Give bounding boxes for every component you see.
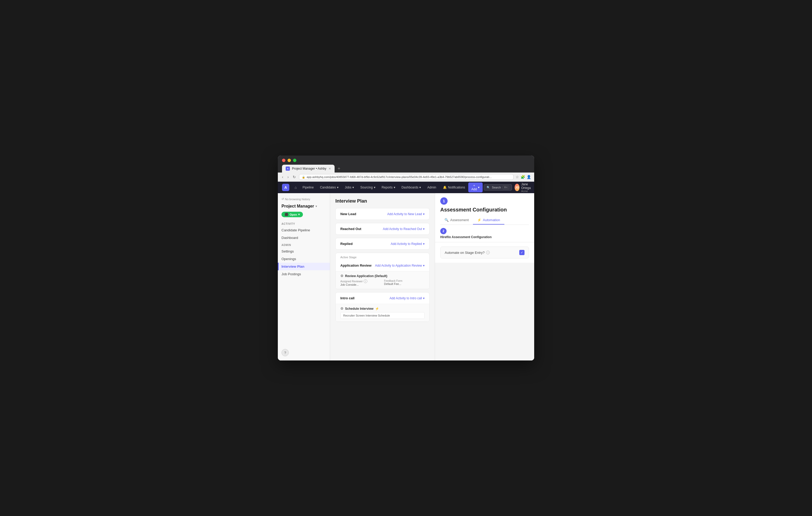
stage-row-new-lead: New Lead Add Activity to New Lead ▾ xyxy=(336,208,429,219)
forward-button[interactable]: › xyxy=(286,174,290,180)
automate-checkbox[interactable]: ✓ xyxy=(519,250,524,255)
traffic-lights xyxy=(282,159,530,162)
extensions-button[interactable]: 🧩 xyxy=(521,175,525,179)
add-activity-chevron-icon4: ▾ xyxy=(423,264,425,267)
sidebar-item-interview-plan[interactable]: Interview Plan xyxy=(278,263,330,270)
tab-close-button[interactable]: ✕ xyxy=(328,167,331,171)
tab-assessment[interactable]: 🔍 Assessment xyxy=(440,216,473,224)
help-button[interactable]: ? xyxy=(282,349,289,356)
close-button[interactable] xyxy=(282,159,285,162)
assigned-reviewer-info-icon[interactable]: i xyxy=(364,279,367,283)
job-postings-label: Job Postings xyxy=(282,272,301,276)
add-chevron-icon: ▾ xyxy=(478,186,480,189)
sidebar-item-openings[interactable]: Openings xyxy=(278,255,330,263)
stage-name-new-lead: New Lead xyxy=(340,212,356,216)
automate-row: Automate on Stage Entry? i ✓ xyxy=(440,246,529,259)
jobs-label: Jobs xyxy=(345,186,351,189)
sidebar-item-settings[interactable]: Settings xyxy=(278,247,330,255)
stage-row-application-review: Application Review Add Activity to Appli… xyxy=(336,260,429,271)
openings-label: Openings xyxy=(282,257,296,261)
add-activity-new-lead-button[interactable]: Add Activity to New Lead ▾ xyxy=(387,212,425,216)
candidates-chevron-icon: ▾ xyxy=(337,186,339,189)
user-info: Jane Ortega Acme xyxy=(521,182,533,193)
activity-fields-review: Assigned Reviewer i Job Conside... Feedb… xyxy=(340,279,425,286)
stage-name-application-review: Application Review xyxy=(340,264,372,267)
user-org: Acme xyxy=(521,190,533,193)
stage-name-replied: Replied xyxy=(340,242,353,246)
automate-info-icon[interactable]: i xyxy=(486,251,490,254)
avatar: JO xyxy=(515,184,520,191)
candidates-nav-item[interactable]: Candidates ▾ xyxy=(317,184,341,191)
left-sidebar: ↺ No browsing history Project Manager ▾ … xyxy=(278,193,330,361)
app-navbar: A ⌂ Pipeline Candidates ▾ Jobs ▾ Sourcin… xyxy=(278,182,534,193)
panel-header: 1 Assessment Configuration 🔍 Assessment … xyxy=(435,193,534,225)
assessment-icon: 🔍 xyxy=(444,218,448,222)
tab-favicon: A xyxy=(286,166,290,171)
admin-nav-item[interactable]: Admin xyxy=(425,184,439,191)
add-activity-application-review-button[interactable]: Add Activity to Application Review ▾ xyxy=(375,264,425,267)
feedback-form-value: Default Fee... xyxy=(384,282,425,285)
maximize-button[interactable] xyxy=(293,159,296,162)
minimize-button[interactable] xyxy=(288,159,291,162)
panel-body: Automate on Stage Entry? i ✓ xyxy=(435,242,534,263)
add-activity-reached-out-label: Add Activity to Reached Out xyxy=(383,227,422,231)
feedback-form-label: Feedback Form xyxy=(384,279,425,282)
pipeline-nav-item[interactable]: Pipeline xyxy=(300,184,316,191)
browser-window: A Project Manager • Ashby ✕ + ‹ › ↻ 🔒 ap… xyxy=(278,155,534,361)
add-activity-new-lead-label: Add Activity to New Lead xyxy=(387,212,422,216)
stage-card-reached-out: Reached Out Add Activity to Reached Out … xyxy=(336,223,430,235)
lock-icon: 🔒 xyxy=(302,176,305,179)
reports-nav-item[interactable]: Reports ▾ xyxy=(379,184,398,191)
home-nav-button[interactable]: ⌂ xyxy=(292,184,299,190)
search-shortcut: ⌘K xyxy=(502,186,509,189)
address-bar[interactable]: 🔒 app.ashbyhq.com/jobs/40855877-fd68-487… xyxy=(299,174,514,180)
admin-label: Admin xyxy=(427,186,436,189)
back-history-label: No browsing history xyxy=(285,198,310,201)
back-button[interactable]: ‹ xyxy=(281,174,284,180)
schedule-item-recruiter-screen[interactable]: Recruiter Screen Interview Schedule xyxy=(340,312,425,319)
sidebar-item-candidate-pipeline[interactable]: Candidate Pipeline xyxy=(278,226,330,234)
refresh-button[interactable]: ↻ xyxy=(292,174,297,180)
app-logo: A xyxy=(282,184,289,191)
settings-label: Settings xyxy=(282,249,294,253)
notifications-button[interactable]: 🔔 Notifications xyxy=(441,184,467,191)
add-button[interactable]: + Add ▾ xyxy=(468,182,483,192)
search-bar[interactable]: 🔍 Search ⌘K xyxy=(484,184,512,190)
stage-card-replied: Replied Add Activity to Replied ▾ xyxy=(336,238,430,250)
sourcing-nav-item[interactable]: Sourcing ▾ xyxy=(357,184,378,191)
activity-name-review: Review Application (Default) xyxy=(345,274,387,278)
automate-on-stage-entry-text: Automate on Stage Entry? xyxy=(445,251,485,254)
add-activity-replied-button[interactable]: Add Activity to Replied ▾ xyxy=(391,242,425,246)
activity-field-feedback-form: Feedback Form Default Fee... xyxy=(384,279,425,286)
interview-plan-label: Interview Plan xyxy=(282,265,304,269)
notifications-label: Notifications xyxy=(448,186,465,189)
sidebar-item-job-postings[interactable]: Job Postings xyxy=(278,270,330,278)
job-status-button[interactable]: ⬛ Open ▾ xyxy=(282,212,303,217)
active-tab[interactable]: A Project Manager • Ashby ✕ xyxy=(282,165,335,173)
right-panel: 1 Assessment Configuration 🔍 Assessment … xyxy=(435,193,534,361)
automation-icon: ⚡ xyxy=(477,218,481,222)
browser-chrome: A Project Manager • Ashby ✕ + xyxy=(278,155,534,173)
sourcing-label: Sourcing xyxy=(360,186,373,189)
tab-automation[interactable]: ⚡ Automation xyxy=(473,216,504,224)
add-activity-reached-out-button[interactable]: Add Activity to Reached Out ▾ xyxy=(383,227,425,231)
dashboards-chevron-icon: ▾ xyxy=(419,186,421,189)
activity-header-review-application: ⚙ Review Application (Default) xyxy=(340,274,425,278)
search-label: Search xyxy=(492,186,501,189)
user-menu-button[interactable]: JO Jane Ortega Acme ▾ xyxy=(513,181,534,194)
hireflix-label: Hireflix Assessment Configuration xyxy=(440,235,529,239)
dashboards-nav-item[interactable]: Dashboards ▾ xyxy=(399,184,424,191)
add-activity-application-review-label: Add Activity to Application Review xyxy=(375,264,422,267)
stage-card-intro-call: Intro call Add Activity to Intro call ▾ … xyxy=(336,292,430,322)
sidebar-item-dashboard[interactable]: Dashboard xyxy=(278,234,330,242)
star-button[interactable]: ☆ xyxy=(516,175,519,179)
new-tab-button[interactable]: + xyxy=(336,165,343,173)
dashboards-label: Dashboards xyxy=(402,186,418,189)
add-activity-intro-call-label: Add Activity to Intro call xyxy=(389,297,422,300)
jobs-nav-item[interactable]: Jobs ▾ xyxy=(342,184,356,191)
activity-field-assigned-reviewer: Assigned Reviewer i Job Conside... xyxy=(340,279,381,286)
add-activity-intro-call-button[interactable]: Add Activity to Intro call ▾ xyxy=(389,297,425,300)
admin-section-label: ADMIN xyxy=(278,242,330,247)
profile-button[interactable]: 👤 xyxy=(527,175,531,179)
panel-step2: 2 Hireflix Assessment Configuration xyxy=(435,225,534,242)
